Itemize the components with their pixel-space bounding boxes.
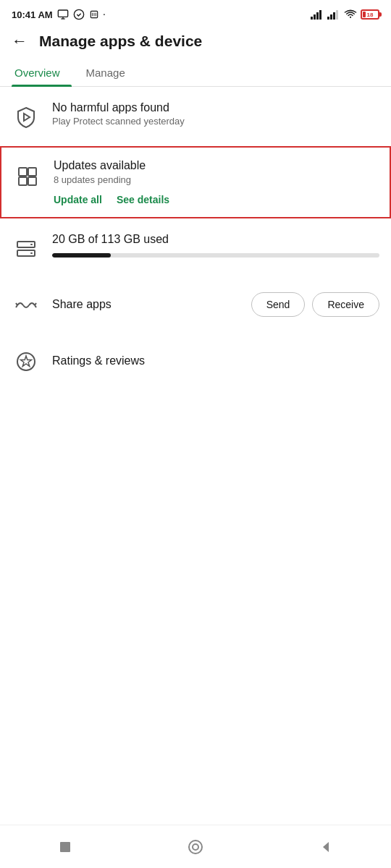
battery-icon: 18 [361,9,379,20]
svg-rect-15 [336,10,338,20]
svg-line-27 [35,303,36,305]
svg-rect-19 [19,177,27,185]
share-apps-section: Share apps Send Receive [0,278,391,331]
updates-section: Updates available 8 updates pending Upda… [0,146,391,218]
nav-bar [0,825,391,868]
ratings-content: Ratings & reviews [52,354,145,367]
svg-rect-14 [333,12,335,20]
nav-recents-button[interactable] [51,833,80,861]
tab-overview[interactable]: Overview [12,59,72,86]
svg-point-32 [189,841,202,854]
svg-point-3 [74,9,83,19]
play-protect-icon [12,103,41,132]
update-all-button[interactable]: Update all [54,194,102,205]
storage-progress-fill [52,253,111,258]
svg-point-33 [193,844,198,850]
svg-marker-34 [323,842,329,852]
notification-icon-3 [89,9,99,20]
updates-content: Updates available 8 updates pending Upda… [54,159,378,205]
status-time-area: 10:41 AM · [12,9,105,20]
svg-rect-8 [311,17,313,20]
play-protect-section: No harmful apps found Play Protect scann… [0,87,391,146]
svg-line-25 [16,303,17,305]
main-content: No harmful apps found Play Protect scann… [0,87,391,391]
wifi-icon [344,9,357,20]
ratings-title: Ratings & reviews [52,354,145,367]
share-apps-icon [12,291,41,320]
back-button[interactable]: ← [12,32,28,51]
updates-subtitle: 8 updates pending [54,174,378,185]
ratings-icon [12,347,41,376]
svg-rect-20 [28,177,36,185]
receive-button[interactable]: Receive [312,292,379,317]
see-details-button[interactable]: See details [117,194,169,205]
storage-title: 20 GB of 113 GB used [52,233,379,246]
svg-marker-30 [21,356,32,367]
svg-rect-18 [28,168,36,176]
status-right-icons: 18 [311,9,379,20]
svg-line-28 [35,305,36,307]
nav-home-button[interactable] [181,833,210,861]
svg-rect-9 [314,14,316,20]
send-button[interactable]: Send [251,292,306,317]
play-protect-content: No harmful apps found Play Protect scann… [52,101,379,127]
updates-actions: Update all See details [54,194,378,205]
svg-rect-0 [58,10,67,17]
svg-rect-11 [319,10,321,20]
play-protect-subtitle: Play Protect scanned yesterday [52,116,379,127]
signal-icon-1 [311,9,324,20]
status-bar: 10:41 AM · [0,0,391,26]
storage-progress-bar [52,253,379,258]
ratings-section: Ratings & reviews [0,331,391,391]
svg-rect-10 [316,12,319,20]
share-apps-title: Share apps [52,298,240,311]
svg-marker-16 [24,114,30,121]
nav-back-button[interactable] [311,833,340,861]
play-protect-title: No harmful apps found [52,101,379,114]
storage-icon [12,234,41,263]
share-apps-content: Share apps [52,298,240,311]
page-title: Manage apps & device [39,33,202,50]
notification-icon-1 [57,9,69,20]
tab-manage[interactable]: Manage [83,59,137,86]
signal-icon-2 [327,9,340,20]
svg-rect-13 [330,14,332,20]
storage-section: 20 GB of 113 GB used [0,218,391,278]
time-display: 10:41 AM [12,9,53,20]
svg-rect-31 [60,842,70,852]
updates-title: Updates available [54,159,378,172]
notification-icon-2 [73,9,85,20]
header: ← Manage apps & device [0,26,391,59]
dot-separator: · [104,11,106,19]
updates-icon [13,162,42,191]
svg-line-26 [16,305,17,307]
tabs-bar: Overview Manage [0,59,391,87]
storage-content: 20 GB of 113 GB used [52,233,379,258]
svg-rect-17 [19,168,27,176]
share-buttons: Send Receive [251,292,379,317]
svg-rect-12 [327,17,329,20]
